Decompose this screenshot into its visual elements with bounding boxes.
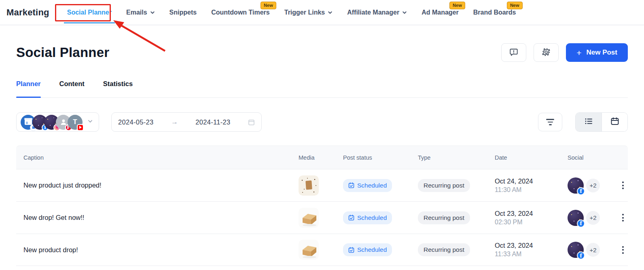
feedback-button[interactable] <box>501 43 526 62</box>
filter-button[interactable] <box>538 113 562 131</box>
arrow-right-icon: → <box>171 118 178 126</box>
post-caption: New drop! Get now!! <box>16 214 295 221</box>
post-caption: New product just dropped! <box>16 181 295 189</box>
row-menu-button[interactable] <box>616 211 630 225</box>
calendar-check-icon <box>348 215 354 221</box>
status-badge: Scheduled <box>343 211 392 224</box>
tab-planner[interactable]: Planner <box>16 80 41 97</box>
more-accounts-count[interactable]: +2 <box>586 179 600 192</box>
status-label: Scheduled <box>357 214 387 221</box>
column-header-social: Social <box>564 154 609 161</box>
post-date: Oct 23, 2024 <box>495 242 564 249</box>
posts-table: Caption Media Post status Type Date Soci… <box>16 146 628 266</box>
calendar-check-icon <box>348 247 354 253</box>
account-avatars: f P T <box>21 115 83 130</box>
nav-item-emails[interactable]: Emails <box>126 9 155 16</box>
table-row[interactable]: New product just dropped! Scheduled Recu… <box>16 169 628 201</box>
new-badge: New <box>261 2 276 9</box>
avatar-youtube-account: T <box>68 115 83 130</box>
settings-button[interactable] <box>534 43 559 62</box>
calendar-icon <box>610 117 619 127</box>
post-time: 11:30 AM <box>495 186 564 194</box>
chevron-down-icon <box>328 10 333 15</box>
actions-cell <box>609 211 630 225</box>
calendar-icon[interactable] <box>248 119 255 126</box>
header-actions: + New Post <box>501 43 628 62</box>
status-badge: Scheduled <box>343 243 392 256</box>
new-post-button[interactable]: + New Post <box>566 43 628 62</box>
view-toggle <box>575 112 628 132</box>
post-time: 02:30 PM <box>495 219 564 226</box>
social-cell: f +2 <box>564 177 609 194</box>
nav-item-label: Ad Manager <box>422 9 459 16</box>
table-row[interactable]: New product drop! Scheduled Recurring po… <box>16 234 628 266</box>
nav-item-trigger-links[interactable]: Trigger Links <box>284 9 333 16</box>
chevron-down-icon <box>150 10 155 15</box>
tab-statistics[interactable]: Statistics <box>103 80 133 97</box>
gear-icon <box>541 47 551 58</box>
post-status-cell: Scheduled <box>340 179 415 192</box>
media-thumbnail <box>299 240 319 260</box>
date-cell: Oct 24, 2024 11:30 AM <box>491 177 564 194</box>
post-time: 11:33 AM <box>495 251 564 258</box>
calendar-check-icon <box>348 182 354 188</box>
list-view-button[interactable] <box>576 113 602 131</box>
planner-tabs: Planner Content Statistics <box>16 80 628 98</box>
date-range-picker[interactable]: 2024-05-23 → 2024-11-23 <box>111 112 262 132</box>
chevron-down-icon[interactable] <box>87 118 93 126</box>
avatar: f <box>568 210 584 226</box>
social-cell: f +2 <box>564 242 609 258</box>
media-cell <box>295 175 340 196</box>
nav-item-label: Brand Boards <box>473 9 516 16</box>
content-area: Social Planner + New Post <box>0 43 644 266</box>
avatar: f <box>568 242 584 258</box>
post-caption: New product drop! <box>16 246 295 254</box>
date-from-input[interactable]: 2024-05-23 <box>118 118 153 126</box>
media-thumbnail <box>299 175 319 196</box>
social-planner-page: Marketing Social Planner Emails Snippets… <box>0 0 644 270</box>
nav-item-snippets[interactable]: Snippets <box>169 9 197 16</box>
column-header-type: Type <box>415 154 491 161</box>
media-cell <box>295 208 340 228</box>
more-accounts-count[interactable]: +2 <box>586 243 600 257</box>
facebook-icon: f <box>577 187 585 195</box>
nav-item-label: Emails <box>126 9 147 16</box>
accounts-selector[interactable]: f P T <box>16 112 99 132</box>
nav-item-affiliate-manager[interactable]: Affiliate Manager <box>347 9 407 16</box>
filter-left: f P T <box>16 112 262 132</box>
nav-item-ad-manager[interactable]: Ad Manager New <box>422 9 459 16</box>
media-cell <box>295 240 340 260</box>
post-date: Oct 24, 2024 <box>495 177 564 185</box>
feedback-icon <box>509 47 519 58</box>
nav-item-social-planner[interactable]: Social Planner <box>67 9 112 16</box>
table-row[interactable]: New drop! Get now!! Scheduled Recurring … <box>16 201 628 234</box>
storefront-icon <box>25 119 32 125</box>
post-date: Oct 23, 2024 <box>495 210 564 217</box>
status-badge: Scheduled <box>343 179 392 192</box>
new-badge: New <box>449 2 465 9</box>
nav-items: Social Planner Emails Snippets Countdown… <box>67 9 516 16</box>
nav-item-brand-boards[interactable]: Brand Boards New <box>473 9 516 16</box>
nav-item-label: Affiliate Manager <box>347 9 399 16</box>
marketing-top-nav: Marketing Social Planner Emails Snippets… <box>0 0 644 25</box>
actions-cell <box>609 243 630 257</box>
date-to-input[interactable]: 2024-11-23 <box>195 118 230 126</box>
page-header: Social Planner + New Post <box>16 43 628 62</box>
plus-icon: + <box>576 49 581 57</box>
table-header: Caption Media Post status Type Date Soci… <box>16 146 628 169</box>
column-header-caption: Caption <box>16 154 295 161</box>
nav-item-label: Countdown Timers <box>211 9 270 16</box>
chevron-down-icon <box>402 10 407 15</box>
filter-row: f P T <box>16 112 628 132</box>
media-thumbnail <box>299 208 319 228</box>
row-menu-button[interactable] <box>616 179 630 192</box>
avatar-initial: T <box>73 118 77 126</box>
row-menu-button[interactable] <box>616 243 630 257</box>
status-label: Scheduled <box>357 246 387 253</box>
youtube-icon <box>77 124 84 131</box>
tab-content[interactable]: Content <box>59 80 85 97</box>
nav-item-countdown-timers[interactable]: Countdown Timers New <box>211 9 270 16</box>
more-accounts-count[interactable]: +2 <box>586 211 600 225</box>
calendar-view-button[interactable] <box>602 113 627 131</box>
post-status-cell: Scheduled <box>340 243 415 256</box>
